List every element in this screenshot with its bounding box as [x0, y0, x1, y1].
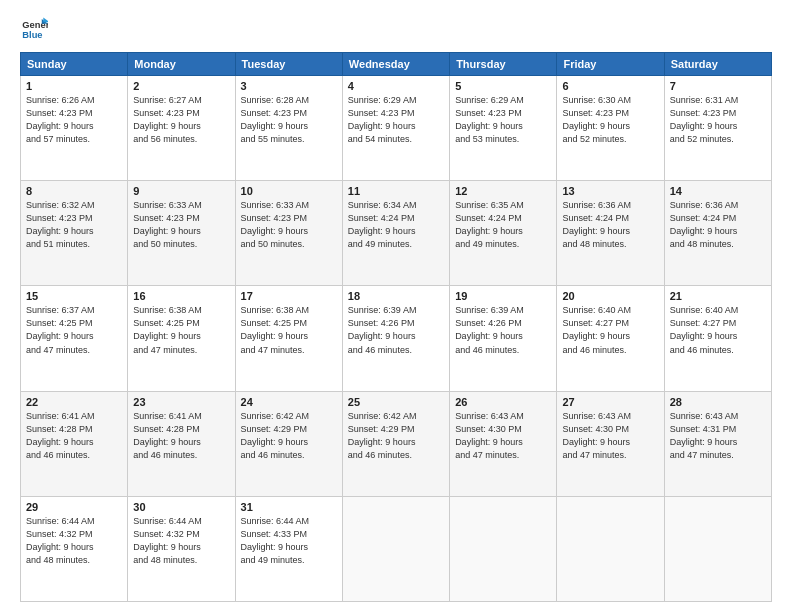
- col-header-saturday: Saturday: [664, 53, 771, 76]
- day-info: Sunrise: 6:28 AMSunset: 4:23 PMDaylight:…: [241, 94, 337, 146]
- day-number: 25: [348, 396, 444, 408]
- calendar-header-row: SundayMondayTuesdayWednesdayThursdayFrid…: [21, 53, 772, 76]
- day-number: 9: [133, 185, 229, 197]
- day-cell: 14 Sunrise: 6:36 AMSunset: 4:24 PMDaylig…: [664, 181, 771, 286]
- day-info: Sunrise: 6:33 AMSunset: 4:23 PMDaylight:…: [241, 199, 337, 251]
- day-info: Sunrise: 6:38 AMSunset: 4:25 PMDaylight:…: [133, 304, 229, 356]
- day-cell: 22 Sunrise: 6:41 AMSunset: 4:28 PMDaylig…: [21, 391, 128, 496]
- week-row-3: 15 Sunrise: 6:37 AMSunset: 4:25 PMDaylig…: [21, 286, 772, 391]
- day-number: 27: [562, 396, 658, 408]
- day-info: Sunrise: 6:43 AMSunset: 4:31 PMDaylight:…: [670, 410, 766, 462]
- calendar-table: SundayMondayTuesdayWednesdayThursdayFrid…: [20, 52, 772, 602]
- day-info: Sunrise: 6:43 AMSunset: 4:30 PMDaylight:…: [455, 410, 551, 462]
- day-info: Sunrise: 6:29 AMSunset: 4:23 PMDaylight:…: [348, 94, 444, 146]
- day-number: 30: [133, 501, 229, 513]
- col-header-tuesday: Tuesday: [235, 53, 342, 76]
- day-cell: 6 Sunrise: 6:30 AMSunset: 4:23 PMDayligh…: [557, 76, 664, 181]
- day-number: 16: [133, 290, 229, 302]
- week-row-4: 22 Sunrise: 6:41 AMSunset: 4:28 PMDaylig…: [21, 391, 772, 496]
- day-info: Sunrise: 6:39 AMSunset: 4:26 PMDaylight:…: [348, 304, 444, 356]
- day-number: 3: [241, 80, 337, 92]
- day-info: Sunrise: 6:42 AMSunset: 4:29 PMDaylight:…: [348, 410, 444, 462]
- day-cell: 16 Sunrise: 6:38 AMSunset: 4:25 PMDaylig…: [128, 286, 235, 391]
- day-info: Sunrise: 6:38 AMSunset: 4:25 PMDaylight:…: [241, 304, 337, 356]
- day-cell: 13 Sunrise: 6:36 AMSunset: 4:24 PMDaylig…: [557, 181, 664, 286]
- day-cell: 25 Sunrise: 6:42 AMSunset: 4:29 PMDaylig…: [342, 391, 449, 496]
- day-number: 8: [26, 185, 122, 197]
- day-number: 2: [133, 80, 229, 92]
- day-info: Sunrise: 6:43 AMSunset: 4:30 PMDaylight:…: [562, 410, 658, 462]
- day-info: Sunrise: 6:41 AMSunset: 4:28 PMDaylight:…: [26, 410, 122, 462]
- day-info: Sunrise: 6:36 AMSunset: 4:24 PMDaylight:…: [670, 199, 766, 251]
- day-cell: 4 Sunrise: 6:29 AMSunset: 4:23 PMDayligh…: [342, 76, 449, 181]
- day-info: Sunrise: 6:40 AMSunset: 4:27 PMDaylight:…: [670, 304, 766, 356]
- day-cell: 26 Sunrise: 6:43 AMSunset: 4:30 PMDaylig…: [450, 391, 557, 496]
- day-cell: 2 Sunrise: 6:27 AMSunset: 4:23 PMDayligh…: [128, 76, 235, 181]
- day-info: Sunrise: 6:44 AMSunset: 4:32 PMDaylight:…: [133, 515, 229, 567]
- day-number: 21: [670, 290, 766, 302]
- day-cell: 18 Sunrise: 6:39 AMSunset: 4:26 PMDaylig…: [342, 286, 449, 391]
- day-info: Sunrise: 6:42 AMSunset: 4:29 PMDaylight:…: [241, 410, 337, 462]
- day-number: 14: [670, 185, 766, 197]
- day-cell: 9 Sunrise: 6:33 AMSunset: 4:23 PMDayligh…: [128, 181, 235, 286]
- logo: General Blue: [20, 16, 52, 44]
- day-cell: [664, 496, 771, 601]
- day-number: 22: [26, 396, 122, 408]
- day-info: Sunrise: 6:41 AMSunset: 4:28 PMDaylight:…: [133, 410, 229, 462]
- day-info: Sunrise: 6:35 AMSunset: 4:24 PMDaylight:…: [455, 199, 551, 251]
- day-cell: 5 Sunrise: 6:29 AMSunset: 4:23 PMDayligh…: [450, 76, 557, 181]
- day-info: Sunrise: 6:44 AMSunset: 4:32 PMDaylight:…: [26, 515, 122, 567]
- day-cell: 12 Sunrise: 6:35 AMSunset: 4:24 PMDaylig…: [450, 181, 557, 286]
- day-info: Sunrise: 6:29 AMSunset: 4:23 PMDaylight:…: [455, 94, 551, 146]
- day-cell: 11 Sunrise: 6:34 AMSunset: 4:24 PMDaylig…: [342, 181, 449, 286]
- day-number: 12: [455, 185, 551, 197]
- day-info: Sunrise: 6:31 AMSunset: 4:23 PMDaylight:…: [670, 94, 766, 146]
- day-number: 26: [455, 396, 551, 408]
- day-cell: 10 Sunrise: 6:33 AMSunset: 4:23 PMDaylig…: [235, 181, 342, 286]
- day-number: 15: [26, 290, 122, 302]
- day-cell: 7 Sunrise: 6:31 AMSunset: 4:23 PMDayligh…: [664, 76, 771, 181]
- day-cell: 1 Sunrise: 6:26 AMSunset: 4:23 PMDayligh…: [21, 76, 128, 181]
- day-number: 1: [26, 80, 122, 92]
- day-number: 5: [455, 80, 551, 92]
- day-cell: 29 Sunrise: 6:44 AMSunset: 4:32 PMDaylig…: [21, 496, 128, 601]
- day-info: Sunrise: 6:33 AMSunset: 4:23 PMDaylight:…: [133, 199, 229, 251]
- week-row-5: 29 Sunrise: 6:44 AMSunset: 4:32 PMDaylig…: [21, 496, 772, 601]
- day-info: Sunrise: 6:37 AMSunset: 4:25 PMDaylight:…: [26, 304, 122, 356]
- col-header-monday: Monday: [128, 53, 235, 76]
- day-cell: 3 Sunrise: 6:28 AMSunset: 4:23 PMDayligh…: [235, 76, 342, 181]
- col-header-sunday: Sunday: [21, 53, 128, 76]
- day-number: 10: [241, 185, 337, 197]
- day-number: 13: [562, 185, 658, 197]
- day-info: Sunrise: 6:34 AMSunset: 4:24 PMDaylight:…: [348, 199, 444, 251]
- day-number: 7: [670, 80, 766, 92]
- day-cell: 19 Sunrise: 6:39 AMSunset: 4:26 PMDaylig…: [450, 286, 557, 391]
- day-cell: 31 Sunrise: 6:44 AMSunset: 4:33 PMDaylig…: [235, 496, 342, 601]
- page: General Blue SundayMondayTuesdayWednesda…: [0, 0, 792, 612]
- day-cell: 20 Sunrise: 6:40 AMSunset: 4:27 PMDaylig…: [557, 286, 664, 391]
- svg-text:Blue: Blue: [22, 30, 42, 40]
- col-header-friday: Friday: [557, 53, 664, 76]
- day-number: 29: [26, 501, 122, 513]
- day-number: 17: [241, 290, 337, 302]
- day-info: Sunrise: 6:36 AMSunset: 4:24 PMDaylight:…: [562, 199, 658, 251]
- day-info: Sunrise: 6:44 AMSunset: 4:33 PMDaylight:…: [241, 515, 337, 567]
- col-header-thursday: Thursday: [450, 53, 557, 76]
- day-info: Sunrise: 6:40 AMSunset: 4:27 PMDaylight:…: [562, 304, 658, 356]
- day-number: 31: [241, 501, 337, 513]
- day-cell: 17 Sunrise: 6:38 AMSunset: 4:25 PMDaylig…: [235, 286, 342, 391]
- day-number: 11: [348, 185, 444, 197]
- day-cell: 27 Sunrise: 6:43 AMSunset: 4:30 PMDaylig…: [557, 391, 664, 496]
- week-row-1: 1 Sunrise: 6:26 AMSunset: 4:23 PMDayligh…: [21, 76, 772, 181]
- day-info: Sunrise: 6:26 AMSunset: 4:23 PMDaylight:…: [26, 94, 122, 146]
- day-cell: 21 Sunrise: 6:40 AMSunset: 4:27 PMDaylig…: [664, 286, 771, 391]
- col-header-wednesday: Wednesday: [342, 53, 449, 76]
- day-number: 28: [670, 396, 766, 408]
- logo-icon: General Blue: [20, 16, 48, 44]
- day-number: 19: [455, 290, 551, 302]
- day-number: 24: [241, 396, 337, 408]
- day-cell: 24 Sunrise: 6:42 AMSunset: 4:29 PMDaylig…: [235, 391, 342, 496]
- day-number: 23: [133, 396, 229, 408]
- day-info: Sunrise: 6:27 AMSunset: 4:23 PMDaylight:…: [133, 94, 229, 146]
- day-number: 20: [562, 290, 658, 302]
